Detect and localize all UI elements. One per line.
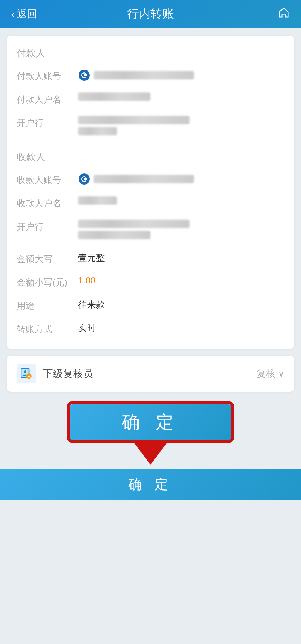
svg-point-1 (79, 173, 90, 185)
payer-account-row: 付款人账号 (17, 64, 284, 87)
callout-arrow-icon (134, 442, 167, 465)
reviewer-right[interactable]: 复核 ∨ (256, 367, 284, 380)
svg-point-0 (79, 70, 90, 81)
confirm-button-label: 确 定 (122, 410, 179, 434)
payee-name-value (78, 196, 284, 205)
transfer-method-row: 转账方式 实时 (17, 317, 284, 341)
confirm-area: 确 定 (0, 398, 301, 465)
payee-name-blurred (78, 196, 117, 205)
amount-section: 金额大写 壹元整 金额小写(元) 1.00 用途 往来款 转账方式 实时 (17, 244, 284, 341)
back-arrow-icon: ‹ (11, 8, 15, 20)
payee-account-row: 收款人账号 (17, 168, 284, 191)
payer-bank-blurred (78, 116, 190, 135)
payer-section-title: 付款人 (17, 41, 284, 64)
reviewer-icon-container: 人 (17, 364, 36, 383)
chevron-down-icon: ∨ (278, 369, 284, 379)
payer-bank-label: 开户行 (17, 116, 78, 129)
payer-account-value (78, 69, 284, 81)
highlight-box: 确 定 (67, 401, 234, 443)
svg-text:人: 人 (27, 374, 31, 378)
section-divider (17, 143, 284, 143)
reviewer-label: 下级复核员 (43, 367, 256, 381)
home-button[interactable] (278, 6, 290, 21)
main-content: 付款人 付款人账号 付款人户名 开户行 (0, 28, 301, 392)
reviewer-right-label: 复核 (256, 367, 275, 380)
payee-section-title: 收款人 (17, 145, 284, 168)
amount-uppercase-row: 金额大写 壹元整 (17, 247, 284, 270)
reviewer-person-icon: 人 (20, 367, 33, 381)
bottom-confirm-bar[interactable]: 确 定 (0, 469, 301, 500)
reviewer-card[interactable]: 人 下级复核员 复核 ∨ (7, 356, 294, 392)
amount-lowercase-row: 金额小写(元) 1.00 (17, 270, 284, 294)
payee-account-blurred (94, 175, 194, 183)
payee-bank-row: 开户行 (17, 215, 284, 244)
bottom-confirm-label: 确 定 (128, 476, 172, 493)
back-label: 返回 (17, 7, 37, 21)
payer-account-blurred (94, 71, 194, 79)
payee-bank-value (78, 220, 284, 239)
payer-bank-row: 开户行 (17, 111, 284, 140)
payer-name-value (78, 92, 284, 101)
payee-name-row: 收款人户名 (17, 191, 284, 215)
amount-lowercase-label: 金额小写(元) (17, 275, 78, 289)
payee-bank-label: 开户行 (17, 220, 78, 233)
amount-uppercase-label: 金额大写 (17, 252, 78, 265)
payee-account-value (78, 173, 284, 185)
purpose-row: 用途 往来款 (17, 294, 284, 317)
purpose-label: 用途 (17, 299, 78, 312)
ccb-logo-icon-2 (78, 173, 90, 185)
app-header: ‹ 返回 行内转账 (0, 0, 301, 28)
payer-name-row: 付款人户名 (17, 87, 284, 111)
purpose-value: 往来款 (78, 299, 284, 311)
home-icon (278, 6, 290, 19)
transfer-method-value: 实时 (78, 322, 284, 334)
transfer-method-label: 转账方式 (17, 322, 78, 336)
svg-point-4 (24, 370, 26, 373)
payer-bank-value (78, 116, 284, 135)
payer-name-label: 付款人户名 (17, 92, 78, 106)
info-card: 付款人 付款人账号 付款人户名 开户行 (7, 36, 294, 349)
payee-name-label: 收款人户名 (17, 196, 78, 210)
payee-bank-blurred (78, 220, 190, 239)
amount-uppercase-value: 壹元整 (78, 252, 284, 264)
confirm-button[interactable]: 确 定 (70, 404, 231, 440)
ccb-logo-icon (78, 69, 90, 81)
payer-account-label: 付款人账号 (17, 69, 78, 82)
payer-name-blurred (78, 92, 151, 101)
page-title: 行内转账 (127, 6, 174, 22)
amount-lowercase-value: 1.00 (78, 275, 284, 286)
payee-account-label: 收款人账号 (17, 173, 78, 186)
back-button[interactable]: ‹ 返回 (11, 7, 37, 21)
